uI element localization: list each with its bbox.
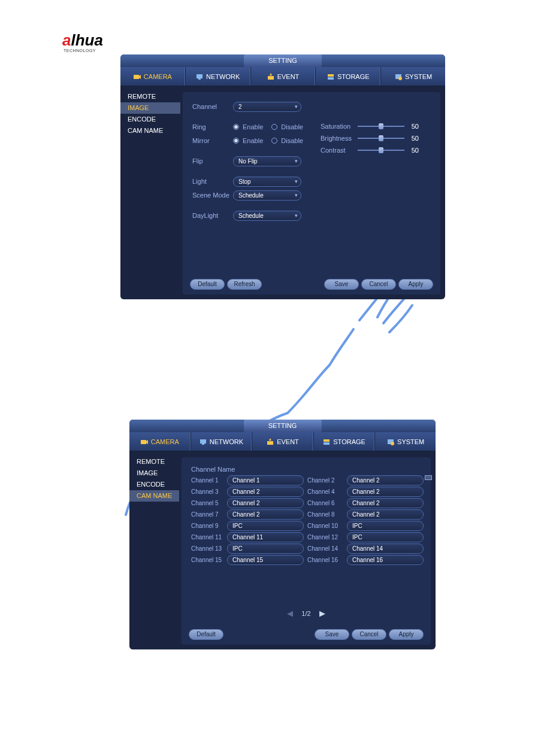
label-contrast: Contrast (321, 147, 354, 154)
pager-next[interactable]: ▶ (319, 609, 325, 618)
cancel-button-2[interactable]: Cancel (352, 629, 386, 640)
slider-brightness[interactable] (358, 138, 404, 139)
channel-name-input[interactable]: Channel 2 (347, 487, 424, 497)
tab-network-2[interactable]: NETWORK (191, 432, 252, 451)
value-contrast: 50 (408, 147, 419, 154)
channel-label: Channel 1 (191, 475, 223, 485)
select-scene-mode[interactable]: Schedule (233, 190, 301, 201)
content-camname: Channel Name Channel 1Channel 1Channel 2… (182, 457, 431, 645)
radio-mirror-disable[interactable] (271, 138, 277, 144)
channel-name-input[interactable]: Channel 2 (227, 498, 304, 508)
select-daylight[interactable]: Schedule (233, 211, 301, 221)
channel-name-input[interactable]: IPC (227, 521, 304, 531)
tab-network-label-2: NETWORK (210, 438, 243, 445)
label-light: Light (192, 178, 233, 185)
tab-camera-label-2: CAMERA (151, 438, 179, 445)
slider-contrast[interactable] (358, 150, 404, 151)
channel-label: Channel 3 (191, 487, 223, 497)
channel-name-input[interactable]: Channel 15 (227, 555, 304, 565)
channel-name-input[interactable]: IPC (347, 532, 424, 542)
tab-system-2[interactable]: SYSTEM (374, 432, 436, 451)
tab-network[interactable]: NETWORK (185, 67, 250, 86)
slider-saturation[interactable] (358, 126, 404, 127)
system-icon (394, 72, 403, 81)
sidebar-item-remote-2[interactable]: REMOTE (129, 456, 179, 467)
refresh-button[interactable]: Refresh (227, 279, 262, 290)
channel-name-input[interactable]: Channel 2 (347, 475, 424, 485)
network-icon (199, 438, 207, 446)
channel-name-input[interactable]: Channel 16 (347, 555, 424, 565)
save-button[interactable]: Save (324, 279, 359, 290)
select-light[interactable]: Stop (233, 177, 301, 187)
cancel-button[interactable]: Cancel (361, 279, 396, 290)
sidebar-item-remote[interactable]: REMOTE (120, 91, 180, 102)
tab-system[interactable]: SYSTEM (380, 67, 445, 86)
svg-rect-10 (200, 439, 206, 444)
tab-system-label-2: SYSTEM (397, 438, 424, 445)
channel-name-input[interactable]: Channel 11 (227, 532, 304, 542)
camera-icon (140, 438, 149, 446)
svg-point-8 (398, 77, 402, 80)
label-brightness: Brightness (321, 135, 354, 142)
storage-icon (322, 438, 331, 446)
sidebar-item-image[interactable]: IMAGE (120, 102, 180, 114)
channel-label: Channel 7 (191, 509, 223, 520)
radio-mirror-enable-label: Enable (243, 137, 263, 144)
title-bar-2: SETTING (129, 420, 436, 432)
tab-storage[interactable]: STORAGE (315, 67, 380, 86)
tab-event[interactable]: EVENT (250, 67, 316, 86)
svg-rect-4 (268, 76, 274, 80)
channel-label: Channel 10 (307, 521, 343, 531)
radio-mirror-enable[interactable] (233, 138, 239, 144)
pager-prev[interactable]: ◀ (287, 609, 293, 618)
brand-logo: alhua TECHNOLOGY (62, 31, 103, 53)
sidebar: REMOTE IMAGE ENCODE CAM NAME (120, 86, 180, 299)
sidebar-item-camname[interactable]: CAM NAME (120, 125, 180, 136)
settings-panel-image: SETTING CAMERA NETWORK EVENT STORAGE SYS… (120, 54, 445, 299)
channel-name-input[interactable]: Channel 2 (227, 487, 304, 497)
radio-ring-enable[interactable] (233, 124, 239, 130)
apply-button[interactable]: Apply (398, 279, 433, 290)
tab-camera[interactable]: CAMERA (120, 67, 185, 86)
sidebar-item-encode[interactable]: ENCODE (120, 114, 180, 125)
keyboard-icon[interactable] (425, 475, 432, 480)
channel-name-input[interactable]: IPC (227, 544, 304, 554)
panel-title-2: SETTING (244, 420, 322, 432)
select-flip[interactable]: No Flip (233, 156, 301, 166)
radio-ring-disable-label: Disable (281, 123, 303, 130)
channel-label: Channel 13 (191, 544, 223, 554)
event-icon (267, 72, 275, 81)
channel-label: Channel 16 (307, 555, 343, 565)
sidebar-item-encode-2[interactable]: ENCODE (129, 479, 179, 490)
channel-name-input[interactable]: Channel 2 (347, 498, 424, 508)
channel-name-input[interactable]: Channel 2 (227, 509, 304, 520)
svg-rect-11 (202, 444, 204, 445)
svg-rect-6 (328, 77, 334, 80)
svg-rect-2 (197, 74, 202, 78)
tab-camera-2[interactable]: CAMERA (129, 432, 191, 451)
tab-event-2[interactable]: EVENT (252, 432, 313, 451)
radio-ring-enable-label: Enable (243, 123, 263, 130)
sidebar-item-camname-2[interactable]: CAM NAME (129, 490, 179, 502)
apply-button-2[interactable]: Apply (389, 629, 424, 640)
radio-ring-disable[interactable] (271, 124, 277, 130)
channel-name-input[interactable]: Channel 2 (347, 509, 424, 520)
channel-name-input[interactable]: Channel 1 (227, 475, 304, 485)
logo-letters: lhua (71, 31, 102, 49)
svg-rect-12 (267, 441, 273, 445)
sidebar-item-image-2[interactable]: IMAGE (129, 467, 179, 479)
channel-name-input[interactable]: Channel 14 (347, 544, 424, 554)
tab-system-label: SYSTEM (405, 73, 432, 80)
save-button-2[interactable]: Save (315, 629, 349, 640)
label-scene-mode: Scene Mode (192, 192, 233, 199)
default-button[interactable]: Default (190, 279, 225, 290)
tab-storage-2[interactable]: STORAGE (313, 432, 375, 451)
channel-name-input[interactable]: IPC (347, 521, 424, 531)
channel-label: Channel 15 (191, 555, 223, 565)
select-channel[interactable]: 2 (233, 102, 301, 112)
pager-page: 1/2 (301, 610, 310, 617)
label-saturation: Saturation (321, 123, 354, 130)
channel-label: Channel 14 (307, 544, 343, 554)
tab-bar-2: CAMERA NETWORK EVENT STORAGE SYSTEM (129, 432, 436, 451)
default-button-2[interactable]: Default (189, 629, 223, 640)
